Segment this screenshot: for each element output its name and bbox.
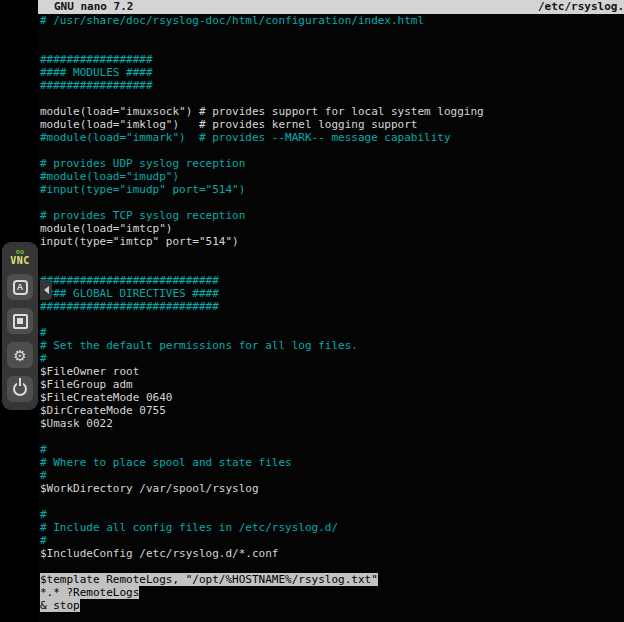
editor-line bbox=[38, 495, 624, 508]
nano-filename: /etc/rsyslog. bbox=[538, 0, 624, 14]
editor-line: module(load="imuxsock") # provides suppo… bbox=[38, 105, 624, 118]
editor-line: # bbox=[38, 534, 624, 547]
editor-line: ################# bbox=[38, 79, 624, 92]
editor-line: # provides UDP syslog reception bbox=[38, 157, 624, 170]
nano-editor: GNU nano 7.2 /etc/rsyslog. # /usr/share/… bbox=[38, 0, 624, 622]
editor-line: $WorkDirectory /var/spool/rsyslog bbox=[38, 482, 624, 495]
editor-line: $FileGroup adm bbox=[38, 378, 624, 391]
editor-line: # provides TCP syslog reception bbox=[38, 209, 624, 222]
gear-icon: ⚙ bbox=[13, 348, 26, 363]
editor-line bbox=[38, 196, 624, 209]
editor-line bbox=[38, 27, 624, 40]
power-icon bbox=[13, 382, 27, 396]
editor-line: $Umask 0022 bbox=[38, 417, 624, 430]
settings-button[interactable]: ⚙ bbox=[7, 342, 33, 368]
editor-line: #module(load="immark") # provides --MARK… bbox=[38, 131, 624, 144]
vnc-sidebar: no VNC A ⚙ bbox=[0, 0, 38, 622]
editor-line bbox=[38, 560, 624, 573]
editor-line: # Where to place spool and state files bbox=[38, 456, 624, 469]
editor-line: # bbox=[38, 352, 624, 365]
editor-line: # bbox=[38, 469, 624, 482]
editor-line: input(type="imtcp" port="514") bbox=[38, 235, 624, 248]
editor-line: module(load="imtcp") bbox=[38, 222, 624, 235]
editor-line: & stop bbox=[38, 599, 624, 612]
editor-line: $FileOwner root bbox=[38, 365, 624, 378]
editor-line bbox=[38, 430, 624, 443]
editor-line bbox=[38, 248, 624, 261]
editor-line: $IncludeConfig /etc/rsyslog.d/*.conf bbox=[38, 547, 624, 560]
novnc-logo-vnc: VNC bbox=[10, 256, 30, 266]
editor-line bbox=[38, 40, 624, 53]
editor-line: ########################### bbox=[38, 300, 624, 313]
editor-line: $template RemoteLogs, "/opt/%HOSTNAME%/r… bbox=[38, 573, 624, 586]
editor-line: $DirCreateMode 0755 bbox=[38, 404, 624, 417]
fullscreen-button[interactable] bbox=[7, 308, 33, 334]
panel-collapse-handle[interactable] bbox=[40, 280, 52, 300]
novnc-logo: no VNC bbox=[10, 249, 30, 266]
editor-line bbox=[38, 313, 624, 326]
editor-line bbox=[38, 261, 624, 274]
editor-line: # bbox=[38, 443, 624, 456]
editor-line: ################# bbox=[38, 53, 624, 66]
editor-line: # Set the default permissions for all lo… bbox=[38, 339, 624, 352]
power-button[interactable] bbox=[7, 376, 33, 402]
chevron-left-icon bbox=[44, 286, 49, 294]
editor-line: # bbox=[38, 508, 624, 521]
editor-line: ########################### bbox=[38, 274, 624, 287]
editor-line: module(load="imklog") # provides kernel … bbox=[38, 118, 624, 131]
nano-version: GNU nano 7.2 bbox=[54, 0, 133, 14]
editor-line: $FileCreateMode 0640 bbox=[38, 391, 624, 404]
editor-content[interactable]: # /usr/share/doc/rsyslog-doc/html/config… bbox=[38, 14, 624, 612]
editor-line: #### GLOBAL DIRECTIVES #### bbox=[38, 287, 624, 300]
editor-line bbox=[38, 144, 624, 157]
vnc-control-bar: no VNC A ⚙ bbox=[2, 242, 38, 410]
clipboard-icon: A bbox=[13, 280, 28, 295]
editor-line bbox=[38, 92, 624, 105]
fullscreen-icon bbox=[13, 314, 28, 329]
editor-line: # /usr/share/doc/rsyslog-doc/html/config… bbox=[38, 14, 624, 27]
editor-line: # Include all config files in /etc/rsysl… bbox=[38, 521, 624, 534]
editor-line: #### MODULES #### bbox=[38, 66, 624, 79]
editor-line: #input(type="imudp" port="514") bbox=[38, 183, 624, 196]
nano-titlebar: GNU nano 7.2 /etc/rsyslog. bbox=[38, 0, 624, 14]
editor-line: *.* ?RemoteLogs bbox=[38, 586, 624, 599]
screen: GNU nano 7.2 /etc/rsyslog. # /usr/share/… bbox=[0, 0, 624, 622]
editor-line: #module(load="imudp") bbox=[38, 170, 624, 183]
editor-line: # bbox=[38, 326, 624, 339]
clipboard-button[interactable]: A bbox=[7, 274, 33, 300]
